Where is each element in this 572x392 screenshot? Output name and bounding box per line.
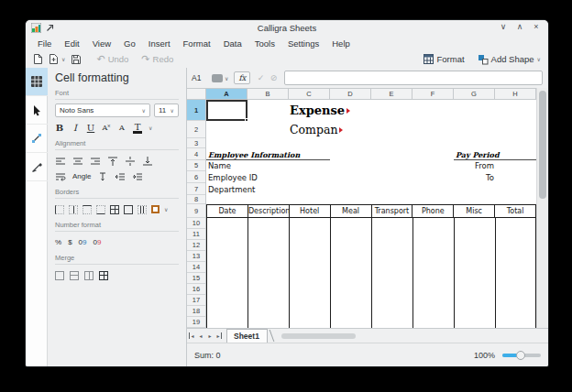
previous-sheet-button[interactable]: ◂ <box>196 331 205 342</box>
cell-company[interactable]: Compan <box>290 121 343 138</box>
maximize-button[interactable]: ∧ <box>515 22 524 31</box>
header-total[interactable]: Total <box>494 205 535 217</box>
italic-button[interactable]: I <box>71 123 80 133</box>
menu-go[interactable]: Go <box>117 38 142 49</box>
row-header[interactable]: 17 <box>187 295 205 306</box>
precision-decrease-button[interactable]: 09 <box>93 238 101 246</box>
cell-name-label[interactable]: Name <box>208 160 231 171</box>
subscript-button[interactable]: A <box>117 124 126 132</box>
next-sheet-button[interactable]: ▸ <box>205 331 214 342</box>
merge-cells-button[interactable] <box>55 271 64 280</box>
minimize-button[interactable]: ∨ <box>499 22 508 31</box>
row-header[interactable]: 16 <box>187 284 205 295</box>
format-button[interactable]: Format <box>424 54 464 64</box>
unmerge-button[interactable] <box>99 271 108 280</box>
bold-button[interactable]: B <box>55 123 64 133</box>
connector-tool-button[interactable] <box>26 125 48 153</box>
align-left-button[interactable] <box>55 156 66 167</box>
menu-edit[interactable]: Edit <box>58 38 85 49</box>
fill-handle[interactable] <box>245 118 248 122</box>
align-bottom-button[interactable] <box>142 156 153 167</box>
named-range-icon[interactable] <box>212 74 223 82</box>
cell-tool-button[interactable] <box>26 68 48 96</box>
last-sheet-button[interactable]: ▸ <box>214 331 224 342</box>
row-header[interactable]: 11 <box>187 229 205 240</box>
indent-decrease-button[interactable] <box>115 171 126 182</box>
menu-data[interactable]: Data <box>217 38 248 49</box>
add-shape-chevron[interactable]: ∨ <box>537 56 541 62</box>
menu-help[interactable]: Help <box>325 38 357 49</box>
align-center-button[interactable] <box>72 156 83 167</box>
align-middle-button[interactable] <box>125 156 136 167</box>
align-right-button[interactable] <box>90 156 101 167</box>
wrap-text-button[interactable] <box>55 171 66 182</box>
font-more-chevron[interactable]: ∨ <box>148 125 152 131</box>
column-header-f[interactable]: F <box>412 89 454 99</box>
menu-insert[interactable]: Insert <box>142 38 177 49</box>
cell-employee-id-label[interactable]: Employee ID <box>208 171 258 183</box>
border-color-swatch[interactable] <box>151 205 160 213</box>
menu-view[interactable]: View <box>86 38 117 49</box>
row-header[interactable]: 5 <box>187 160 205 171</box>
row-header[interactable]: 19 <box>187 317 205 328</box>
row-header[interactable]: 12 <box>187 240 205 251</box>
zoom-slider[interactable] <box>502 354 541 357</box>
column-header-h[interactable]: H <box>495 89 536 99</box>
border-top-button[interactable] <box>82 205 92 214</box>
font-family-select[interactable]: Noto Sans ∨ <box>55 103 150 117</box>
header-date[interactable]: Date <box>206 205 248 217</box>
underline-button[interactable]: U <box>86 123 95 133</box>
precision-increase-button[interactable]: 09 <box>79 238 87 246</box>
align-top-button[interactable] <box>107 156 118 167</box>
currency-button[interactable]: $ <box>68 238 72 246</box>
row-header[interactable]: 4 <box>187 148 205 160</box>
formula-input[interactable] <box>284 71 543 85</box>
row-header[interactable]: 3 <box>187 138 205 148</box>
column-header-b[interactable]: B <box>248 89 289 99</box>
column-header-a[interactable]: A <box>206 89 248 99</box>
menu-tools[interactable]: Tools <box>248 38 281 49</box>
redo-button[interactable]: ↷Redo <box>141 53 173 65</box>
percent-button[interactable]: % <box>55 238 61 246</box>
open-document-button[interactable]: ∨ <box>49 53 65 65</box>
cell-to-label[interactable]: To <box>454 171 494 183</box>
column-header-d[interactable]: D <box>330 89 371 99</box>
cell-from-label[interactable]: From <box>454 160 494 171</box>
menu-format[interactable]: Format <box>177 38 217 49</box>
add-shape-button[interactable]: Add Shape ∨ <box>478 54 541 65</box>
save-button[interactable] <box>71 54 82 65</box>
new-document-button[interactable] <box>33 53 43 65</box>
header-meal[interactable]: Meal <box>330 205 371 217</box>
confirm-entry-icon[interactable]: ✓ <box>254 73 267 82</box>
horizontal-scrollbar-thumb[interactable] <box>281 333 356 339</box>
vertical-text-button[interactable] <box>97 171 108 182</box>
row-header[interactable]: 7 <box>187 183 205 195</box>
border-vertical-button[interactable] <box>69 205 78 214</box>
zoom-slider-handle[interactable] <box>516 351 525 360</box>
cell-department-label[interactable]: Department <box>208 183 255 195</box>
column-header-e[interactable]: E <box>371 89 412 99</box>
row-header[interactable]: 14 <box>187 262 205 273</box>
titlebar[interactable]: Calligra Sheets ∨ ∧ × <box>26 20 548 37</box>
row-header[interactable]: 15 <box>187 273 205 284</box>
border-more-chevron[interactable]: ∨ <box>164 206 168 212</box>
vertical-scrollbar-thumb[interactable] <box>539 91 546 199</box>
border-bottom-button[interactable] <box>96 205 105 214</box>
row-header[interactable]: 10 <box>187 218 205 229</box>
row-header[interactable]: 18 <box>187 306 205 317</box>
cell-reference-box[interactable]: A1 <box>192 73 208 82</box>
calligraphy-tool-button[interactable] <box>26 153 48 181</box>
sheet-tab[interactable]: Sheet1 <box>226 329 268 343</box>
selected-cell-a1[interactable] <box>206 100 248 121</box>
header-phone[interactable]: Phone <box>412 205 453 217</box>
text-color-button[interactable]: T <box>133 123 142 134</box>
row-header[interactable]: 13 <box>187 251 205 262</box>
header-transport[interactable]: Transport <box>371 205 412 217</box>
row-header[interactable]: 6 <box>187 171 205 183</box>
header-description[interactable]: Description <box>248 205 289 217</box>
menu-file[interactable]: File <box>31 38 58 49</box>
select-all-corner[interactable] <box>187 89 206 99</box>
border-outer-button[interactable] <box>124 205 133 214</box>
cell-expense-title[interactable]: Expense <box>290 100 350 121</box>
row-header[interactable]: 8 <box>187 195 205 204</box>
